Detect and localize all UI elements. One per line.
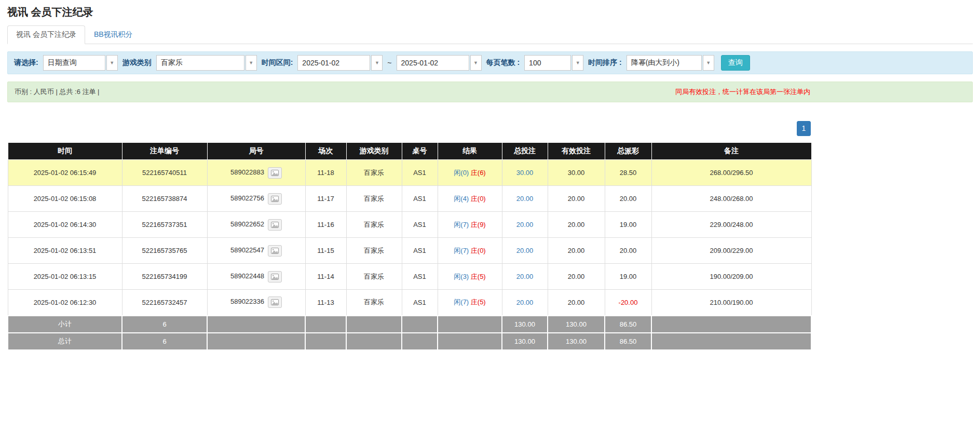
search-button[interactable]: 查询: [721, 55, 750, 71]
result-banker: 庄(5): [471, 298, 486, 306]
cell-session: 11-14: [305, 264, 346, 290]
video-replay-icon[interactable]: [268, 193, 282, 205]
date-from-select[interactable]: 2025-01-02 ▼: [297, 55, 383, 71]
table-body: 2025-01-02 06:15:49 522165740511 5890228…: [8, 160, 811, 316]
total-count: 6: [122, 333, 207, 350]
chevron-down-icon[interactable]: ▼: [371, 55, 383, 71]
column-header: 结果: [438, 143, 502, 160]
cell-note: 268.00/296.50: [651, 160, 811, 186]
result-banker: 庄(9): [471, 221, 486, 228]
table-row: 2025-01-02 06:15:49 522165740511 5890228…: [8, 160, 811, 186]
result-player: 闲(4): [454, 195, 469, 203]
tab-bb-video-points[interactable]: BB视讯积分: [85, 25, 142, 44]
cell-table-no: AS1: [402, 186, 438, 212]
empty-cell: [305, 333, 346, 350]
game-type-label: 游戏类别: [122, 58, 152, 68]
result-player: 闲(7): [454, 247, 469, 254]
cell-valid-bet: 20.00: [548, 238, 605, 264]
cell-total-bet[interactable]: 20.00: [502, 264, 548, 290]
video-replay-icon[interactable]: [268, 245, 282, 257]
cell-result: 闲(0) 庄(6): [438, 160, 502, 186]
cell-payout: 19.00: [605, 264, 651, 290]
total-total-bet: 130.00: [502, 333, 548, 350]
chevron-down-icon[interactable]: ▼: [572, 55, 583, 71]
cell-total-bet[interactable]: 20.00: [502, 212, 548, 238]
cell-valid-bet: 20.00: [548, 290, 605, 316]
cell-game-type: 百家乐: [346, 186, 402, 212]
column-header: 局号: [207, 143, 305, 160]
cell-session: 11-13: [305, 290, 346, 316]
video-replay-icon[interactable]: [268, 219, 282, 231]
cell-valid-bet: 30.00: [548, 160, 605, 186]
result-banker: 庄(6): [471, 169, 486, 177]
sort-select[interactable]: 降幂(由大到小) ▼: [627, 55, 714, 71]
total-label: 总计: [8, 333, 122, 350]
column-header: 游戏类别: [346, 143, 402, 160]
subtotal-row: 小计 6 130.00 130.00 86.50: [8, 316, 811, 333]
empty-cell: [346, 316, 402, 333]
table-footer: 小计 6 130.00 130.00 86.50 总计 6 1: [8, 316, 811, 350]
query-type-select[interactable]: 日期查询 ▼: [43, 55, 118, 71]
result-player: 闲(0): [454, 169, 469, 177]
chevron-down-icon[interactable]: ▼: [106, 55, 118, 71]
result-player: 闲(7): [454, 298, 469, 306]
total-row: 总计 6 130.00 130.00 86.50: [8, 333, 811, 350]
sort-label: 时间排序 :: [588, 58, 622, 68]
cell-round-id: 589022883: [207, 160, 305, 186]
cell-table-no: AS1: [402, 290, 438, 316]
cell-table-no: AS1: [402, 160, 438, 186]
result-banker: 庄(5): [471, 273, 486, 280]
empty-cell: [438, 316, 502, 333]
subtotal-label: 小计: [8, 316, 122, 333]
total-valid-bet: 130.00: [548, 333, 605, 350]
cell-game-type: 百家乐: [346, 238, 402, 264]
cell-valid-bet: 20.00: [548, 212, 605, 238]
video-replay-icon[interactable]: [268, 167, 282, 179]
page-button-1[interactable]: 1: [797, 121, 811, 136]
cell-payout: 20.00: [605, 186, 651, 212]
column-header: 总投注: [502, 143, 548, 160]
cell-total-bet[interactable]: 20.00: [502, 186, 548, 212]
cell-bet-id: 522165737351: [122, 212, 207, 238]
cell-payout: 28.50: [605, 160, 651, 186]
cell-round-id: 589022652: [207, 212, 305, 238]
cell-total-bet[interactable]: 20.00: [502, 238, 548, 264]
cell-round-id: 589022336: [207, 290, 305, 316]
sort-value: 降幂(由大到小): [627, 55, 702, 71]
date-to-select[interactable]: 2025-01-02 ▼: [397, 55, 482, 71]
cell-bet-id: 522165735765: [122, 238, 207, 264]
table-header-row: 时间注单编号局号场次游戏类别桌号结果总投注有效投注总派彩备注: [8, 143, 811, 160]
cell-session: 11-15: [305, 238, 346, 264]
game-type-select[interactable]: 百家乐 ▼: [156, 55, 257, 71]
summary-bar: 币别 : 人民币 | 总共 :6 注单 | 同局有效投注，统一计算在该局第一张注…: [7, 82, 973, 102]
empty-cell: [402, 316, 438, 333]
page-size-select[interactable]: 100 ▼: [524, 55, 583, 71]
column-header: 时间: [8, 143, 122, 160]
chevron-down-icon[interactable]: ▼: [470, 55, 482, 71]
video-replay-icon[interactable]: [268, 297, 282, 308]
cell-time: 2025-01-02 06:15:49: [8, 160, 122, 186]
notice-text: 同局有效投注，统一计算在该局第一张注单内: [675, 87, 810, 97]
chevron-down-icon[interactable]: ▼: [246, 55, 257, 71]
cell-total-bet[interactable]: 20.00: [502, 290, 548, 316]
cell-payout: 19.00: [605, 212, 651, 238]
cell-bet-id: 522165740511: [122, 160, 207, 186]
cell-payout: 20.00: [605, 238, 651, 264]
column-header: 总派彩: [605, 143, 651, 160]
cell-note: 190.00/209.00: [651, 264, 811, 290]
chevron-down-icon[interactable]: ▼: [703, 55, 714, 71]
cell-total-bet[interactable]: 30.00: [502, 160, 548, 186]
page-title: 视讯 会员下注纪录: [7, 5, 973, 19]
cell-note: 229.00/248.00: [651, 212, 811, 238]
empty-cell: [305, 316, 346, 333]
cell-round-id: 589022756: [207, 186, 305, 212]
cell-bet-id: 522165734199: [122, 264, 207, 290]
column-header: 有效投注: [548, 143, 605, 160]
round-id-value: 589022756: [230, 194, 264, 202]
cell-result: 闲(3) 庄(5): [438, 264, 502, 290]
tab-betting-records[interactable]: 视讯 会员下注纪录: [7, 25, 85, 44]
cell-payout: -20.00: [605, 290, 651, 316]
cell-note: 209.00/229.00: [651, 238, 811, 264]
page-size-value: 100: [524, 55, 571, 71]
video-replay-icon[interactable]: [268, 271, 282, 282]
